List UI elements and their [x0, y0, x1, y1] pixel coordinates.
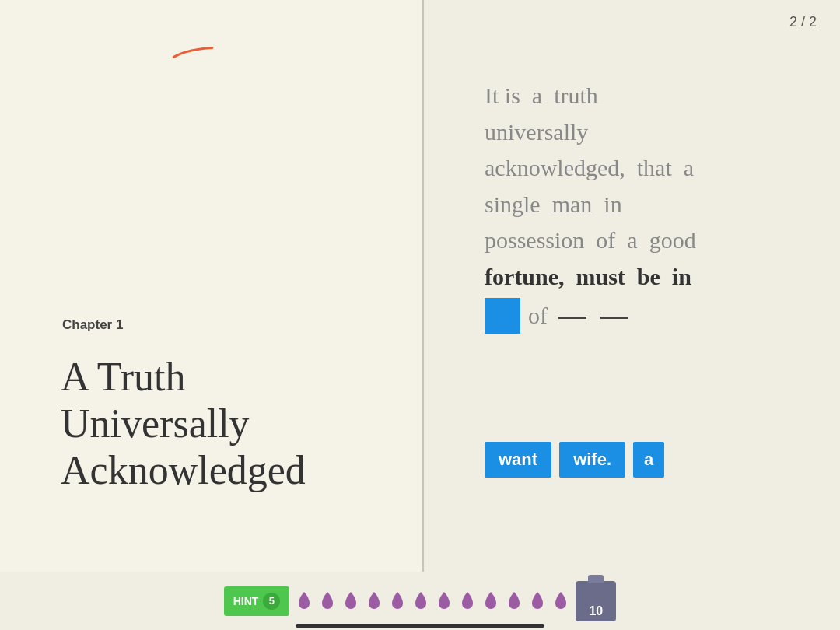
drop-2	[319, 590, 336, 612]
text-body: It is a truth universally acknowledged, …	[485, 78, 817, 295]
title-line1: A Truth	[61, 355, 185, 399]
drop-6	[412, 590, 429, 612]
answer-row: of	[485, 298, 817, 334]
drop-12	[552, 590, 569, 612]
title-line2: Universally	[61, 401, 250, 446]
chapter-label: Chapter 1	[62, 317, 123, 333]
left-page: Chapter 1 A Truth Universally Acknowledg…	[0, 0, 424, 630]
drop-5	[389, 590, 406, 612]
chapter-title: A Truth Universally Acknowledged	[61, 354, 306, 493]
drop-7	[436, 590, 453, 612]
drop-8	[459, 590, 476, 612]
main-text: It is a truth universally acknowledged, …	[485, 78, 817, 334]
blank-2	[600, 317, 628, 319]
drop-3	[342, 590, 359, 612]
drop-4	[366, 590, 383, 612]
hint-label: HINT	[233, 595, 259, 607]
drop-9	[482, 590, 499, 612]
word-choice-a[interactable]: a	[633, 442, 664, 478]
bold-text: fortune, must be in	[485, 264, 691, 289]
of-word: of	[528, 298, 548, 334]
deco-stroke	[170, 41, 214, 58]
page-counter: 2 / 2	[789, 14, 817, 30]
ink-jar[interactable]: 10	[576, 581, 616, 621]
hint-button[interactable]: HINT 5	[224, 586, 290, 616]
word-choice-want[interactable]: want	[485, 442, 551, 478]
ink-count: 10	[589, 604, 603, 618]
drop-11	[529, 590, 546, 612]
answer-square[interactable]	[485, 298, 520, 334]
word-choices-container: want wife. a	[485, 442, 664, 478]
bottom-bar: HINT 5 10	[0, 572, 840, 630]
blank-1	[558, 317, 586, 319]
right-page: 3 2 / 2 It is a truth universally acknow…	[424, 0, 840, 630]
hint-count: 5	[263, 593, 280, 610]
word-choice-wife[interactable]: wife.	[559, 442, 625, 478]
title-line3: Acknowledged	[61, 448, 306, 492]
drop-10	[506, 590, 523, 612]
drop-1	[296, 590, 313, 612]
bottom-scroll-bar	[296, 624, 544, 628]
